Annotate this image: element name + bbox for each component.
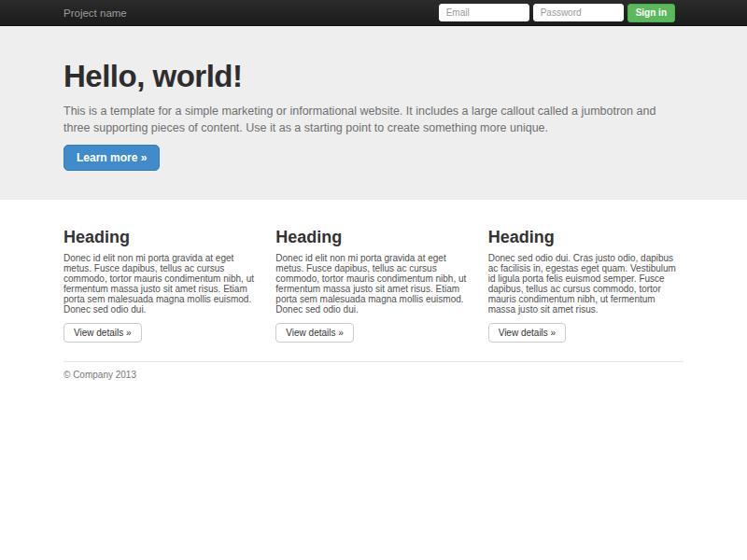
column-2-heading: Heading <box>275 228 471 247</box>
jumbotron-container: Hello, world! This is a template for a s… <box>63 59 684 171</box>
password-input[interactable] <box>533 4 624 21</box>
column-3-body: Donec sed odio dui. Cras justo odio, dap… <box>488 253 684 315</box>
footer: © Company 2013 <box>63 370 684 380</box>
copyright-text: © Company 2013 <box>63 370 684 380</box>
content-column-1: Heading Donec id elit non mi porta gravi… <box>63 228 259 343</box>
email-input[interactable] <box>439 4 529 21</box>
content-column-3: Heading Donec sed odio dui. Cras justo o… <box>488 228 684 343</box>
column-2-view-details-button[interactable]: View details » <box>275 323 354 343</box>
learn-more-button[interactable]: Learn more » <box>63 145 160 171</box>
jumbotron-description: This is a template for a simple marketin… <box>63 104 684 136</box>
navbar-brand[interactable]: Project name <box>63 7 127 19</box>
content-row: Heading Donec id elit non mi porta gravi… <box>63 228 684 343</box>
navbar-signin-form: Sign in <box>439 4 675 22</box>
column-1-heading: Heading <box>63 228 259 247</box>
column-3-heading: Heading <box>488 228 684 247</box>
column-1-body: Donec id elit non mi porta gravida at eg… <box>63 253 259 315</box>
column-2-body: Donec id elit non mi porta gravida at eg… <box>275 253 471 315</box>
jumbotron: Hello, world! This is a template for a s… <box>0 26 747 200</box>
footer-divider <box>63 361 684 362</box>
column-3-view-details-button[interactable]: View details » <box>488 323 567 343</box>
content-column-2: Heading Donec id elit non mi porta gravi… <box>275 228 471 343</box>
main-content: Heading Donec id elit non mi porta gravi… <box>63 228 684 380</box>
sign-in-button[interactable]: Sign in <box>627 4 675 22</box>
navbar-inner: Project name Sign in <box>63 0 684 25</box>
jumbotron-title: Hello, world! <box>63 59 684 94</box>
column-1-view-details-button[interactable]: View details » <box>63 323 142 343</box>
navbar: Project name Sign in <box>0 0 747 26</box>
